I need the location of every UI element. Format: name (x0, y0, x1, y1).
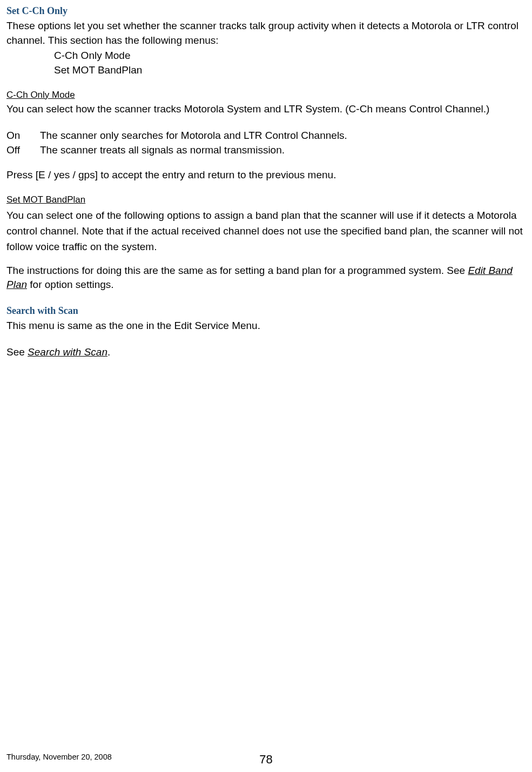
option-label: On (6, 129, 40, 143)
see-pre: See (6, 346, 28, 358)
heading-set-cch-only: Set C-Ch Only (6, 4, 526, 18)
bandplan-desc: You can select one of the following opti… (6, 207, 526, 255)
search-with-scan-link[interactable]: Search with Scan (28, 346, 107, 358)
instr-pre: The instructions for doing this are the … (6, 265, 468, 276)
accept-instruction: Press [E / yes / gps] to accept the entr… (6, 168, 526, 183)
heading-search-with-scan: Search with Scan (6, 304, 526, 318)
cch-desc: You can select how the scanner tracks Mo… (6, 102, 526, 117)
option-text: The scanner treats all signals as normal… (40, 143, 285, 158)
instr-post: for option settings. (27, 279, 114, 290)
option-label: Off (6, 143, 40, 158)
search-scan-desc: This menu is same as the one in the Edit… (6, 319, 526, 333)
footer-page-number: 78 (259, 751, 272, 768)
menu-item: C-Ch Only Mode (54, 49, 526, 63)
option-text: The scanner only searches for Motorola a… (40, 129, 347, 143)
menu-list: C-Ch Only Mode Set MOT BandPlan (54, 49, 526, 77)
option-row-on: On The scanner only searches for Motorol… (6, 129, 526, 143)
see-reference: See Search with Scan. (6, 345, 526, 360)
see-post: . (107, 346, 110, 358)
subheading-set-mot-bandplan: Set MOT BandPlan (6, 193, 526, 206)
bandplan-instruction: The instructions for doing this are the … (6, 264, 526, 292)
option-row-off: Off The scanner treats all signals as no… (6, 143, 526, 158)
intro-text: These options let you set whether the sc… (6, 19, 526, 48)
subheading-cch-only-mode: C-Ch Only Mode (6, 89, 526, 102)
footer-date: Thursday, November 20, 2008 (6, 751, 112, 762)
page-footer: Thursday, November 20, 2008 78 (6, 751, 526, 762)
menu-item: Set MOT BandPlan (54, 63, 526, 78)
